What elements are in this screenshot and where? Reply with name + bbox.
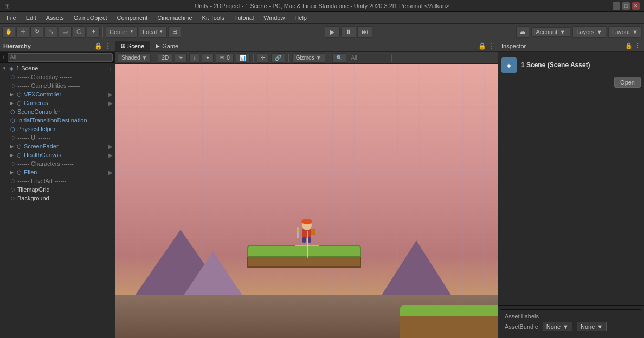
hierarchy-ui-item[interactable]: ⬡ ------ UI ------ (0, 133, 115, 142)
menu-gameobject[interactable]: GameObject (69, 14, 112, 22)
ground-right-dirt (400, 316, 498, 338)
menu-cinemachine[interactable]: Cinemachine (153, 14, 196, 22)
inspector-bottom: Asset Labels AssetBundle None ▼ None ▼ (498, 306, 644, 338)
screenfader-menu-icon[interactable]: ▶ (108, 144, 113, 150)
scene-menu-button[interactable]: ⋮ (488, 42, 495, 50)
hierarchy-itd-item[interactable]: ⬡ InitialTransitionDestination (0, 116, 115, 125)
physicshelper-label: PhysicsHelper (17, 126, 55, 132)
lighting-button[interactable]: ☀ (175, 53, 187, 63)
step-button[interactable]: ⏭ (357, 26, 372, 38)
render-stats-button[interactable]: 📊 (236, 53, 250, 63)
effects-button[interactable]: ✦ (202, 53, 214, 63)
local-dropdown[interactable]: Local ▼ (139, 26, 167, 38)
menu-component[interactable]: Component (112, 14, 152, 22)
hierarchy-screenfader-item[interactable]: ▶ ⬡ ScreenFader ▶ (0, 142, 115, 151)
svg-rect-5 (308, 237, 311, 243)
menu-kit-tools[interactable]: Kit Tools (198, 14, 229, 22)
hierarchy-physicshelper-item[interactable]: ⬡ PhysicsHelper (0, 125, 115, 133)
hierarchy-content: ▼ ◈ 1 Scene ⋮ ⬡ ------ Gameplay ------ ⬡… (0, 63, 115, 338)
menu-help[interactable]: Help (290, 14, 311, 22)
scene-search-icon[interactable]: 🔍 (332, 53, 346, 63)
hidden-icon: 👁 (220, 55, 225, 61)
inspector-lock-icon[interactable]: 🔒 (625, 42, 633, 49)
hierarchy-search-input[interactable] (8, 53, 113, 62)
inspector-title: Inspector (501, 43, 526, 49)
transform-button[interactable]: ✛ (257, 53, 269, 63)
shaded-dropdown[interactable]: Shaded ▼ (118, 53, 151, 63)
asset-bundle-dropdown-2[interactable]: None ▼ (577, 322, 607, 332)
account-label: Account (536, 29, 558, 35)
editor-tool-button[interactable]: ✦ (87, 26, 100, 38)
hierarchy-scenecontroller-item[interactable]: ⬡ SceneController (0, 107, 115, 116)
minimize-button[interactable]: ─ (613, 2, 620, 10)
vfx-menu-icon[interactable]: ▶ (108, 92, 113, 98)
hierarchy-ellen-item[interactable]: ▶ ⬡ Ellen ▶ (0, 168, 115, 177)
inspector-menu-icon[interactable]: ⋮ (635, 42, 641, 49)
hierarchy-scene-item[interactable]: ▼ ◈ 1 Scene ⋮ (0, 64, 115, 73)
2d-mode-button[interactable]: 2D (158, 53, 172, 63)
hierarchy-cameras-item[interactable]: ▶ ⬡ Cameras ▶ (0, 99, 115, 107)
collab-icon[interactable]: ☁ (516, 26, 529, 38)
account-dropdown[interactable]: Account ▼ (531, 27, 571, 37)
cameras-arrow: ▶ (9, 100, 15, 106)
hierarchy-lock-button[interactable]: 🔒 (94, 42, 102, 50)
center-label: Center (110, 29, 127, 35)
maximize-button[interactable]: □ (622, 2, 630, 10)
scene-canvas[interactable] (115, 64, 498, 338)
hierarchy-levelart-item[interactable]: ⬡ ------ LevelArt ------ (0, 177, 115, 185)
center-local-dropdown[interactable]: Center ▼ (106, 26, 138, 38)
menu-window[interactable]: Window (259, 14, 289, 22)
asset-bundle-dropdown-1[interactable]: None ▼ (543, 322, 572, 332)
center-arrow-icon: ▼ (130, 29, 134, 34)
hierarchy-background-item[interactable]: ⬡ Background (0, 194, 115, 203)
layout-dropdown[interactable]: Layout ▼ (608, 26, 642, 38)
pause-button[interactable]: ⏸ (341, 26, 356, 38)
gameutilities-icon: ⬡ (9, 82, 16, 89)
hidden-objects-button[interactable]: 👁 0 (216, 53, 234, 63)
gizmos-dropdown[interactable]: Gizmos ▼ (292, 53, 325, 63)
ellen-menu-icon[interactable]: ▶ (108, 170, 113, 176)
hierarchy-gameutilities-item[interactable]: ⬡ ------ GameUtilities ------ (0, 81, 115, 90)
hierarchy-characters-item[interactable]: ⬡ ------ Characters ------ (0, 159, 115, 168)
scale-tool-button[interactable]: ⤡ (44, 26, 57, 38)
hierarchy-menu-button[interactable]: ⋮ (104, 42, 112, 50)
menu-tutorial[interactable]: Tutorial (230, 14, 258, 22)
rect-tool-button[interactable]: ▭ (59, 26, 72, 38)
hierarchy-tilemapgrid-item[interactable]: ⬡ TilemapGrid (0, 185, 115, 194)
shaded-label: Shaded (121, 55, 140, 61)
hierarchy-panel: Hierarchy 🔒 ⋮ + ▼ ◈ 1 Scene ⋮ ⬡ ------ G… (0, 40, 115, 338)
move-tool-button[interactable]: ✛ (16, 26, 29, 38)
hand-tool-button[interactable]: ✋ (2, 26, 15, 38)
snap-button[interactable]: 🔗 (271, 53, 285, 63)
close-button[interactable]: ✕ (632, 2, 640, 10)
transform-tool-button[interactable]: ⬡ (73, 26, 86, 38)
game-tab-icon: ▶ (156, 43, 160, 49)
menu-assets[interactable]: Assets (42, 14, 68, 22)
scene-search-input[interactable] (349, 54, 392, 62)
mountain-left-2 (181, 251, 246, 300)
menu-edit[interactable]: Edit (22, 14, 41, 22)
hierarchy-gameplay-item[interactable]: ⬡ ------ Gameplay ------ (0, 73, 115, 81)
layers-dropdown[interactable]: Layers ▼ (572, 26, 606, 38)
hierarchy-vfxcontroller-item[interactable]: ▶ ⬡ VFXController ▶ (0, 90, 115, 99)
healthcanvas-menu-icon[interactable]: ▶ (108, 152, 113, 158)
scene-tab[interactable]: ⊞ Scene (115, 41, 150, 51)
game-tab[interactable]: ▶ Game (150, 41, 184, 51)
rotate-tool-button[interactable]: ↻ (30, 26, 43, 38)
inspector-header: Inspector 🔒 ⋮ (498, 40, 644, 52)
scene-toolbar-sep-2 (253, 54, 254, 62)
scene-lock-button[interactable]: 🔒 (478, 42, 486, 50)
inspector-open-button[interactable]: Open (614, 77, 641, 88)
game-tab-label: Game (162, 43, 178, 49)
gizmos-label: Gizmos (296, 55, 314, 61)
play-button[interactable]: ▶ (325, 26, 340, 38)
audio-button[interactable]: ♪ (189, 53, 199, 63)
menu-file[interactable]: File (2, 14, 21, 22)
svg-rect-8 (311, 229, 315, 235)
ellen-icon: ⬡ (15, 168, 23, 176)
cameras-menu-icon[interactable]: ▶ (108, 100, 113, 106)
scene-menu-icon[interactable]: ⋮ (107, 66, 113, 72)
grid-tool-button[interactable]: ⊞ (168, 26, 181, 38)
hierarchy-healthcanvas-item[interactable]: ▶ ⬡ HealthCanvas ▶ (0, 151, 115, 159)
platform-dirt (247, 257, 361, 268)
